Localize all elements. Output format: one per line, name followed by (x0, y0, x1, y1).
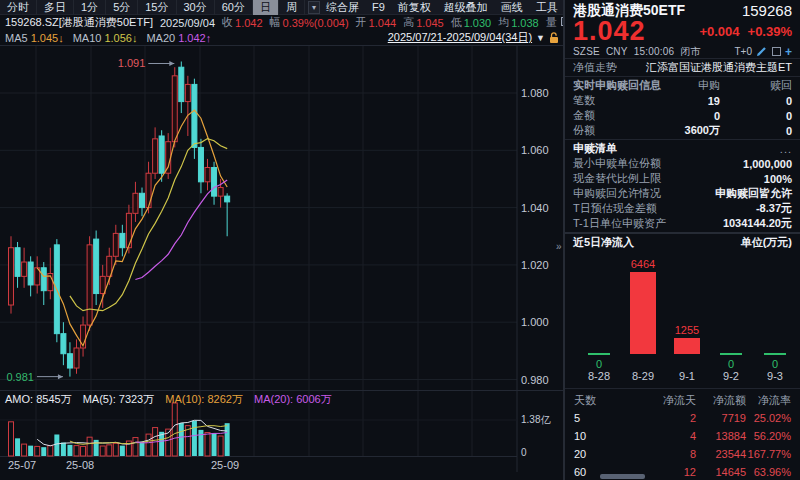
period-tab[interactable]: 60分 (215, 0, 253, 15)
row-label: T-1日单位申赎资产 (573, 216, 666, 231)
flow-column: 64648-29 (621, 252, 665, 386)
amo-ma20-value: MA(20): 6006万 (254, 393, 332, 405)
toolbar-item[interactable]: 画线 (495, 0, 529, 15)
period-tab[interactable]: 5分 (106, 0, 138, 15)
row-sub-value: 3600万 (643, 123, 720, 138)
more-icon[interactable]: ... (780, 143, 792, 155)
row-value: 100% (764, 173, 792, 185)
row-sub-value: 19 (643, 95, 720, 107)
toolbar-item[interactable]: 超级叠加 (438, 0, 494, 15)
flow-zero-dash (764, 353, 786, 355)
toolbar-item[interactable]: 前复权 (392, 0, 437, 15)
subscription-column-header: 申购 (661, 78, 720, 93)
cell-rate: 25.02% (746, 412, 791, 424)
row-red-value: 0 (720, 110, 792, 122)
flow-value-label: 0 (709, 358, 753, 370)
period-tab[interactable]: 15分 (138, 0, 176, 15)
flow-bar (630, 272, 656, 354)
quote-date: 2025/09/04 (160, 17, 215, 29)
range-dropdown-icon[interactable]: ▼ (536, 33, 545, 43)
detail-row: 最小申赎单位份额 1,000,000 (565, 156, 800, 171)
toolbar-item[interactable]: 工具 (530, 0, 564, 15)
table-row: 20 8 23544 167.77% (565, 446, 800, 462)
candlestick-chart[interactable]: 1.0801.0601.0401.0201.0000.9801.0910.981… (0, 0, 563, 480)
table-row: 10 4 13884 56.20% (565, 428, 800, 444)
price-change: +0.004 (699, 24, 739, 39)
period-tab[interactable]: 周 (279, 0, 305, 15)
change-value: 0.39%(0.004) (283, 17, 349, 29)
row-label: 笔数 (573, 93, 643, 108)
flow-value-label: 6464 (621, 258, 665, 270)
redemption-list-title: 申赎清单 (573, 141, 617, 156)
detail-row: 现金替代比例上限 100% (565, 171, 800, 186)
svg-text:1.060: 1.060 (521, 144, 549, 156)
svg-text:1.38亿: 1.38亿 (521, 414, 551, 425)
detail-row: T日预估现金差额 -8.37元 (565, 201, 800, 216)
redemption-column-header: 赎回 (720, 78, 792, 93)
period-tab[interactable]: 日 (253, 0, 279, 15)
unlock-icon[interactable] (549, 32, 559, 44)
period-dropdown-caret-icon[interactable]: ▾ (308, 1, 320, 14)
period-tab[interactable]: 多日 (37, 0, 74, 15)
ma10-label: MA10 (73, 32, 102, 44)
flow-date-label: 9-2 (709, 370, 753, 382)
toolbar-item[interactable]: 综合屏 (320, 0, 365, 15)
avg-label: 均 (498, 15, 509, 30)
avg-value: 1.038 (511, 17, 539, 29)
period-tabs: 分时多日1分5分15分30分60分日周 (0, 0, 305, 14)
flow-date-label: 9-3 (753, 370, 797, 382)
cell-net-days: 8 (614, 448, 696, 460)
t0-badge: T+0 (734, 46, 752, 57)
flow-bar (674, 338, 700, 354)
flow-section-title: 近5日净流入 (573, 235, 634, 250)
row-label: T日预估现金差额 (573, 201, 657, 216)
market-label: SZSE (573, 46, 600, 57)
svg-text:0.980: 0.980 (521, 374, 549, 386)
flow-column: 08-28 (577, 252, 621, 386)
period-tab[interactable]: 30分 (177, 0, 215, 15)
symbol-label: 159268.SZ[港股通消费50ETF] (5, 15, 153, 30)
add-icon[interactable]: + (785, 45, 792, 59)
price-change-pct: +0.39% (748, 24, 792, 39)
open-value: 1.044 (369, 17, 397, 29)
period-tab[interactable]: 分时 (0, 0, 37, 15)
detail-row: 申购赎回允许情况 申购赎回皆允许 (565, 186, 800, 201)
svg-text:1.040: 1.040 (521, 202, 549, 214)
date-range-selector[interactable]: 2025/07/21-2025/09/04(34日) (388, 30, 532, 45)
flow-date-label: 8-29 (621, 370, 665, 382)
quote-bar: 159268.SZ[港股通消费50ETF] 2025/09/04 收1.042 … (0, 15, 563, 30)
edit-icon[interactable] (756, 46, 767, 57)
cell-amount: 13884 (696, 430, 746, 442)
ma10-value: 1.056↓ (104, 32, 137, 44)
screenshot-icon[interactable] (772, 47, 781, 56)
toolbar-item[interactable]: F9 (366, 1, 391, 13)
svg-text:1.091: 1.091 (118, 57, 146, 69)
toolbar-tools: 综合屏F9前复权超级叠加画线工具 (320, 0, 564, 15)
cell-rate: 56.20% (746, 430, 791, 442)
svg-text:1.080: 1.080 (521, 87, 549, 99)
volume-indicator-bar: AMO: 8545万 MA(5): 7323万 MA(10): 8262万 MA… (5, 392, 332, 404)
amo-value: AMO: 8545万 (5, 393, 72, 405)
row-value: 申购赎回皆允许 (715, 186, 792, 201)
row-label: 最小申赎单位份额 (573, 156, 661, 171)
cell-days: 10 (574, 430, 614, 442)
amo-ma5-value: MA(5): 7323万 (83, 393, 155, 405)
realtime-row: 金额 0 0 (565, 108, 800, 123)
cell-net-days: 4 (614, 430, 696, 442)
period-toolbar: 分时多日1分5分15分30分60分日周 ▾ 综合屏F9前复权超级叠加画线工具 ⚙… (0, 0, 563, 15)
market-status: 闭市 (680, 45, 700, 59)
stock-info-panel: 港股通消费50ETF 159268 1.042 +0.004 +0.39% SZ… (565, 0, 800, 480)
svg-text:25-07: 25-07 (8, 459, 36, 471)
quote-time: 15:00:06 (634, 46, 675, 57)
cell-rate: 167.77% (746, 448, 791, 460)
flow-zero-dash (588, 353, 610, 355)
nav-fund-name[interactable]: 汇添富国证港股通消费主题ET (646, 60, 792, 75)
net-inflow-bar-chart: 08-2864648-2912559-109-209-3 (565, 252, 800, 386)
trading-app-window: 1.0801.0601.0401.0201.0000.9801.0910.981… (0, 0, 800, 480)
volume-label: 量 (546, 15, 557, 30)
table-header-rate: 净流率 (746, 393, 791, 408)
close-value: 1.042 (235, 17, 263, 29)
period-tab[interactable]: 1分 (74, 0, 106, 15)
row-label: 金额 (573, 108, 643, 123)
horizontal-scrollbar[interactable] (600, 474, 645, 479)
